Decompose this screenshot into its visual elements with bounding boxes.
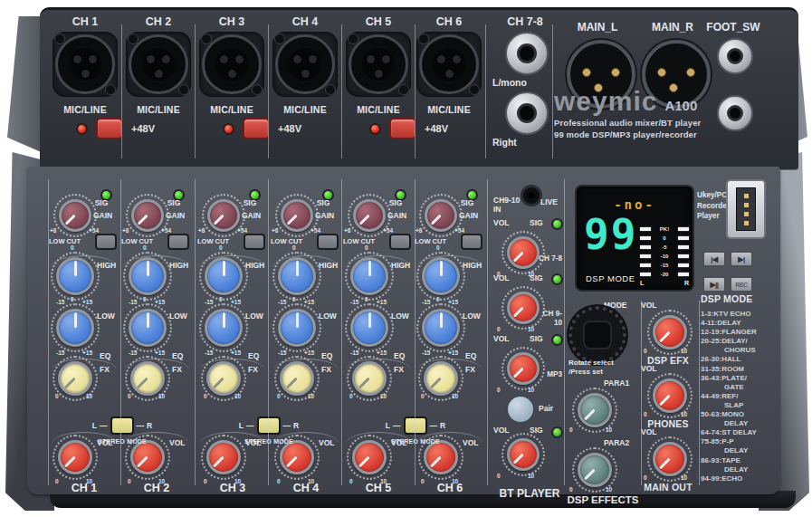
- knob-pointer: [425, 311, 457, 344]
- foot-switch-jack-1: [717, 38, 753, 74]
- record-button[interactable]: REC: [730, 276, 753, 292]
- max-label: 10: [681, 411, 687, 417]
- low-cut-button[interactable]: [95, 234, 117, 250]
- stereo-mode-button[interactable]: [110, 416, 134, 435]
- low-zero-label: 0: [71, 296, 74, 302]
- dsp-mode-list-item: 31-35:ROOM: [701, 365, 780, 374]
- max-label: 10: [528, 387, 534, 393]
- high-min-label: -15: [129, 299, 137, 305]
- channel-name: CH 4: [270, 482, 342, 494]
- knob-pointer: [649, 438, 690, 479]
- low-zero-label: 0: [292, 296, 296, 302]
- vol-label: VOL: [641, 301, 656, 310]
- high-eq-knob[interactable]: [272, 252, 321, 301]
- stereo-mode-group: L — — R STEREO MODE: [225, 416, 312, 447]
- xlr-pin: [657, 68, 666, 77]
- aux-input-row: VOL SIG 0 10 CH 7-8: [492, 218, 568, 278]
- aux-volume-knob[interactable]: [502, 347, 545, 390]
- channel-strip: SIG GAIN +8 +54 LOW CUT 0 HIGH -15 +15 0…: [414, 181, 486, 500]
- gain-max-label: +54: [237, 227, 247, 234]
- low-cut-button[interactable]: [244, 234, 265, 250]
- fx-label: FX: [172, 365, 182, 374]
- low-cut-button[interactable]: [461, 234, 482, 250]
- low-label: LOW: [245, 311, 263, 321]
- vol-label: VOL: [641, 364, 656, 373]
- low-eq-knob[interactable]: [51, 303, 100, 352]
- bt-volume-knob[interactable]: [502, 433, 545, 476]
- previous-track-button[interactable]: |◀: [702, 251, 726, 267]
- high-eq-knob[interactable]: [51, 252, 100, 301]
- knob-pointer: [131, 260, 164, 292]
- vol-label: VOL: [493, 218, 509, 227]
- high-eq-knob[interactable]: [123, 252, 172, 301]
- xlr-pin: [686, 68, 695, 77]
- jack-hole: [727, 48, 743, 64]
- knob-pointer: [504, 234, 542, 272]
- max-label: 10: [606, 426, 612, 433]
- low-cut-label: LOW CUT: [121, 237, 153, 245]
- phantom-48v-button[interactable]: [96, 118, 123, 139]
- ch78-right-label: Right: [492, 137, 517, 148]
- meter-segment-left: [640, 263, 651, 267]
- knob-cap: [56, 257, 94, 295]
- meter-scale-label: -5: [651, 244, 678, 250]
- eq-label: EQ: [321, 351, 332, 360]
- knob-cap: [58, 361, 92, 396]
- dsp-effects-footer: DSP EFFECTS: [560, 494, 645, 505]
- knob-cap: [280, 361, 314, 396]
- gain-label: GAIN: [459, 211, 478, 220]
- gain-max-label: +54: [383, 227, 393, 234]
- low-eq-knob[interactable]: [345, 303, 394, 352]
- dash: —: [430, 421, 438, 430]
- low-cut-button[interactable]: [167, 234, 189, 250]
- high-eq-knob[interactable]: [416, 252, 465, 301]
- phantom-label: +48V: [278, 123, 301, 134]
- gain-min-label: +8: [198, 227, 205, 234]
- meter-row: -15: [640, 261, 689, 270]
- gain-max-label: +54: [310, 227, 320, 234]
- high-zero-label: 0: [219, 244, 223, 251]
- low-max-label: +15: [82, 349, 92, 356]
- dsp-mode-list-item: 64-74:ST DELAY: [701, 428, 780, 437]
- dsp-mode-list-item: 94-99:ECHO: [701, 474, 780, 483]
- dsp-mode-lines: 1-3:KTV ECHO4-11:DELAY12-19:FLANGER20-25…: [701, 310, 780, 483]
- stereo-mode-label: STEREO MODE: [372, 438, 459, 445]
- low-cut-button[interactable]: [389, 234, 411, 250]
- high-min-label: -15: [278, 299, 286, 305]
- phantom-48v-button[interactable]: [389, 118, 416, 139]
- next-track-button[interactable]: ▶|: [730, 251, 753, 267]
- phantom-48v-button[interactable]: [243, 118, 270, 139]
- high-min-label: -15: [350, 299, 358, 305]
- low-eq-knob[interactable]: [416, 303, 465, 352]
- fx-label: FX: [394, 365, 404, 374]
- output-group: VOL 0 10 PHONES: [639, 364, 697, 429]
- high-eq-knob[interactable]: [199, 252, 248, 301]
- level-meter: PK! 0 -5 -10 -15 -20: [640, 225, 689, 279]
- sig-label: SIG: [530, 426, 543, 435]
- play-pause-button[interactable]: ▶||: [702, 276, 726, 292]
- high-eq-knob[interactable]: [345, 252, 394, 301]
- aux-volume-knob[interactable]: [502, 231, 545, 274]
- stereo-left-label: L: [92, 421, 97, 430]
- meter-segment-right: [678, 236, 689, 240]
- bluetooth-pair-button[interactable]: [506, 395, 535, 424]
- low-zero-label: 0: [143, 296, 147, 302]
- min-label: 0: [644, 474, 647, 481]
- knob-pointer: [504, 289, 542, 327]
- low-eq-knob[interactable]: [123, 303, 172, 352]
- knob-cap: [507, 236, 540, 269]
- dsp-mode-list-item: 86-93:TAPE: [701, 456, 780, 465]
- fx-min-label: 0: [128, 393, 131, 399]
- low-min-label: -15: [205, 349, 213, 356]
- low-eq-knob[interactable]: [272, 303, 321, 352]
- fx-max-label: 10: [308, 393, 314, 399]
- dsp-mode-encoder[interactable]: [568, 306, 626, 364]
- stereo-mode-label: STEREO MODE: [225, 438, 312, 445]
- low-eq-knob[interactable]: [199, 303, 248, 352]
- dsp-mode-list-item: 1-3:KTV ECHO: [701, 310, 780, 319]
- high-label: HIGH: [391, 261, 410, 270]
- rotate-select-label-1: Rotate select: [568, 359, 614, 367]
- gain-max-label: +54: [454, 227, 464, 234]
- low-cut-button[interactable]: [317, 234, 339, 250]
- knob-pointer: [504, 349, 542, 388]
